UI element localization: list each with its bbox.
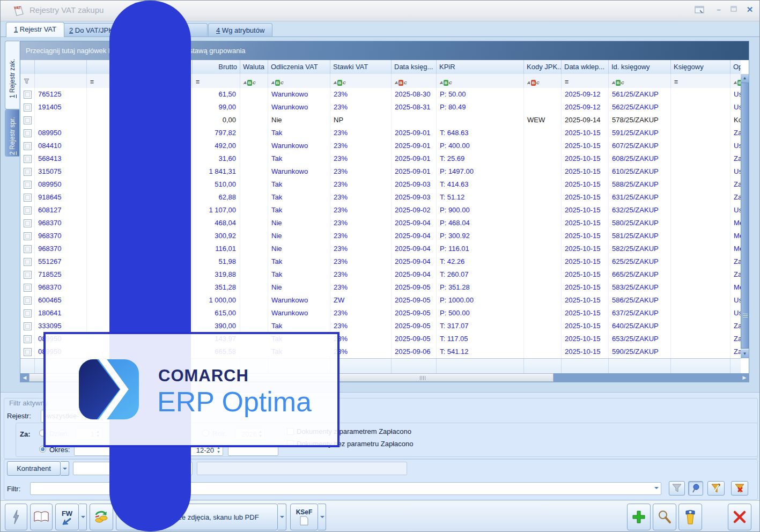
vertical-scrollbar[interactable]: ▲ ▼ (741, 74, 749, 358)
column-header-kpir[interactable]: KPiR (437, 60, 524, 74)
ksef-button[interactable]: KSeF (290, 504, 318, 530)
column-header-brutto[interactable]: Brutto (193, 60, 240, 74)
column-header-opis[interactable]: Opis (731, 60, 741, 74)
filter-cell-ksiegowy[interactable]: = (671, 74, 731, 88)
row-checkbox[interactable] (24, 219, 32, 227)
row-checkbox[interactable] (24, 168, 32, 176)
filter-legend: Filtr aktywny (9, 399, 48, 407)
row-checkbox[interactable] (24, 206, 32, 215)
row-checkbox[interactable] (24, 91, 32, 99)
book-icon[interactable] (30, 504, 53, 530)
column-header-id_ksiegowy[interactable]: Id. księgowy (609, 60, 671, 74)
kontrahent-button[interactable]: Kontrahent (7, 461, 61, 476)
column-header-ksiegowy[interactable]: Księgowy (671, 60, 731, 74)
minimize-icon[interactable]: – (713, 6, 725, 14)
row-checkbox[interactable] (24, 104, 32, 112)
cell-brutto: 1 841,31 (193, 165, 240, 178)
fw-internal-invoice-icon[interactable]: FW (55, 504, 79, 530)
fw-dropdown-icon[interactable] (79, 504, 87, 530)
filter-cell-id_ksiegowy[interactable]: ABC (609, 74, 671, 88)
cell-stawka: 23% (330, 139, 392, 152)
tab-wg-atrybutow[interactable]: 4 Wg atrybutów (208, 23, 272, 37)
scroll-down-icon[interactable]: ▼ (741, 350, 749, 358)
filter-cell-brutto[interactable]: = (193, 74, 240, 88)
scroll-up-icon[interactable]: ▲ (741, 74, 749, 83)
cell-brutto: 319,88 (193, 268, 240, 281)
filter-cell-kody_jpk[interactable]: ABC (524, 74, 562, 88)
filter-cell-stawka[interactable]: ABC (330, 74, 392, 88)
row-checkbox[interactable] (24, 142, 32, 150)
cell-opis: Us (731, 139, 741, 152)
cell-opis: Za (731, 345, 741, 358)
filter-cell-nr[interactable] (35, 74, 87, 88)
filter-cell-opis[interactable]: ABC (731, 74, 741, 88)
filter-cell-data_ksieg[interactable]: ABC (392, 74, 437, 88)
funnel-edit-icon[interactable] (707, 481, 725, 496)
column-header-stawka[interactable]: Stawki VAT (330, 60, 392, 74)
row-checkbox[interactable] (24, 335, 32, 343)
sidetab-rejestr-zakupu[interactable]: 1 Rejestr zak. (5, 41, 19, 109)
column-header-data_wklep[interactable]: Data wklep... (562, 60, 609, 74)
maximize-icon[interactable] (728, 6, 740, 14)
cell-waluta (240, 307, 268, 320)
filter-cell-kpir[interactable]: ABC (437, 74, 524, 88)
cell-stawka: 23% (330, 101, 392, 114)
vertical-scroll-thumb[interactable] (741, 83, 749, 349)
row-checkbox[interactable] (24, 322, 32, 330)
magnifier-icon[interactable] (653, 504, 676, 530)
cell-data_wklep: 2025-10-15 (562, 217, 609, 230)
column-header-kody_jpk[interactable]: Kody JPK... (524, 60, 562, 74)
close-icon[interactable]: ✕ (744, 6, 756, 14)
column-header-data_ksieg[interactable]: Data księg... (392, 60, 437, 74)
cell-nr: 551267 (35, 255, 87, 268)
row-checkbox[interactable] (24, 232, 32, 240)
filter-cell-waluta[interactable]: ABC (240, 74, 268, 88)
add-plus-icon[interactable] (627, 504, 651, 530)
cell-sel (20, 307, 35, 320)
pin-icon[interactable] (688, 481, 703, 496)
row-checkbox[interactable] (24, 309, 32, 317)
cell-nr: 180641 (35, 307, 87, 320)
column-header-sel[interactable] (20, 60, 35, 74)
column-header-waluta[interactable]: Waluta (240, 60, 268, 74)
cell-kody_jpk (524, 217, 562, 230)
row-checkbox[interactable] (24, 271, 32, 279)
row-checkbox[interactable] (24, 129, 32, 137)
row-checkbox[interactable] (24, 194, 32, 202)
row-checkbox[interactable] (24, 245, 32, 253)
ocr-dropdown-icon[interactable] (278, 504, 286, 530)
tab-rejestr-vat[interactable]: 1 Rejestr VAT (6, 22, 64, 37)
kontrahent-dropdown-icon[interactable] (61, 461, 69, 476)
cell-sel (20, 191, 35, 204)
cell-kpir: P: 116.01 (437, 242, 524, 255)
filter-cell-data_wklep[interactable]: = (562, 74, 609, 88)
filter-cell-sel[interactable] (20, 74, 35, 88)
trash-icon[interactable] (678, 504, 702, 530)
cell-waluta (240, 127, 268, 139)
row-checkbox[interactable] (24, 284, 32, 292)
funnel-clear-icon[interactable] (731, 481, 748, 496)
cell-opis: Za (731, 255, 741, 268)
close-x-icon[interactable] (728, 504, 751, 530)
row-checkbox[interactable] (24, 258, 32, 266)
cell-opis: Za (731, 332, 741, 345)
lightning-icon[interactable] (5, 504, 27, 530)
za-label: Za: (20, 430, 31, 438)
cell-data_wklep: 2025-10-15 (562, 255, 609, 268)
filter-cell-odliczenia[interactable]: ABC (268, 74, 330, 88)
column-header-odliczenia[interactable]: Odliczenia VAT (268, 60, 330, 74)
row-checkbox[interactable] (24, 348, 32, 356)
scroll-right-icon[interactable]: ▶ (740, 373, 749, 382)
row-checkbox[interactable] (24, 116, 32, 124)
column-header-nr[interactable] (35, 60, 87, 74)
row-checkbox[interactable] (24, 155, 32, 163)
funnel-icon[interactable] (669, 481, 685, 496)
coins-exchange-icon[interactable] (90, 504, 113, 530)
sidetab-rejestr-sprzedazy[interactable]: 2 Rejestr spr. (5, 109, 19, 157)
scroll-left-icon[interactable]: ◀ (20, 373, 29, 382)
cell-ksiegowy (671, 294, 731, 307)
ksef-dropdown-icon[interactable] (318, 504, 326, 530)
row-checkbox[interactable] (24, 181, 32, 189)
row-checkbox[interactable] (24, 297, 32, 305)
panel-icon[interactable] (695, 6, 705, 14)
